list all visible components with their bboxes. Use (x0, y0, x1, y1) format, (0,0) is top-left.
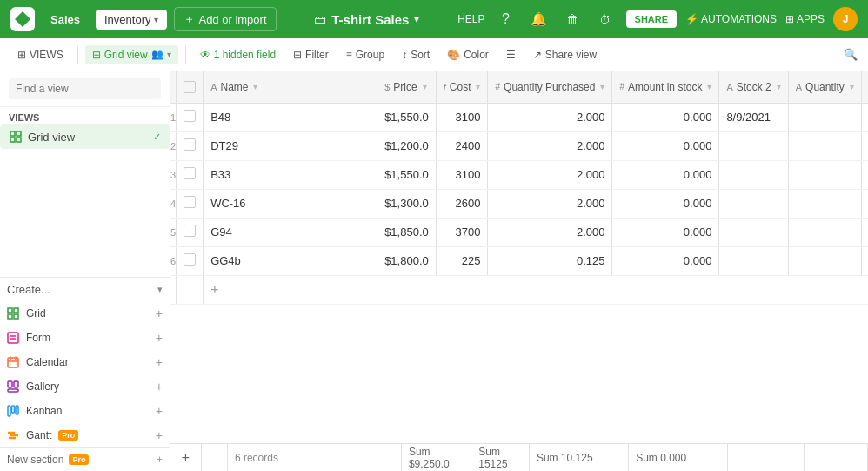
checkbox-header[interactable] (177, 71, 204, 103)
row-qty-purchased-cell[interactable]: 2.000 (488, 103, 612, 131)
color-button[interactable]: 🎨 Color (440, 45, 496, 64)
row-quantity-cell[interactable] (788, 218, 861, 246)
apps-button[interactable]: ⊞ APPS (785, 13, 825, 25)
row-qty-purchased-cell[interactable]: 2.000 (488, 131, 612, 160)
row-checkbox-cell[interactable] (177, 103, 204, 131)
row-quantity-cell[interactable] (788, 189, 861, 218)
row-checkbox-cell[interactable] (177, 131, 204, 160)
create-kanban-item[interactable]: Kanban + (0, 399, 170, 423)
row-stock2-cell[interactable] (719, 189, 788, 218)
row-checkbox[interactable] (184, 253, 196, 266)
add-column-button[interactable]: + (861, 71, 868, 103)
create-gallery-item[interactable]: Gallery + (0, 374, 170, 399)
row-name-cell[interactable]: DT29 (204, 131, 377, 160)
row-amount-stock-cell[interactable]: 0.000 (612, 246, 719, 275)
row-cost-cell[interactable]: 225 (436, 246, 488, 275)
row-quantity-cell[interactable] (788, 160, 861, 189)
hidden-field-button[interactable]: 👁 1 hidden field (193, 45, 283, 64)
row-name-cell[interactable]: WC-16 (204, 189, 377, 218)
question-icon[interactable]: ? (494, 7, 518, 31)
row-qty-purchased-cell[interactable]: 0.125 (488, 246, 612, 275)
row-price-cell[interactable]: $1,800.0 (377, 246, 437, 275)
create-form-item[interactable]: Form + (0, 326, 170, 350)
grid-view-button[interactable]: ⊟ Grid view 👥 ▾ (85, 45, 178, 64)
row-name-cell[interactable]: G94 (204, 218, 377, 246)
row-checkbox[interactable] (184, 138, 196, 151)
row-name-cell[interactable]: B33 (204, 160, 377, 189)
row-checkbox[interactable] (184, 196, 196, 208)
row-quantity-cell[interactable] (788, 246, 861, 275)
row-checkbox-cell[interactable] (177, 218, 204, 246)
add-gallery-icon[interactable]: + (156, 380, 163, 394)
row-stock2-cell[interactable] (719, 218, 788, 246)
row-name-cell[interactable]: B48 (204, 103, 377, 131)
row-qty-purchased-cell[interactable]: 2.000 (488, 189, 612, 218)
sort-button[interactable]: ↕ Sort (395, 45, 437, 64)
sidebar-item-grid-view[interactable]: Grid view ✓ (0, 124, 170, 149)
share-view-button[interactable]: ↗ Share view (526, 45, 604, 64)
row-cost-cell[interactable]: 3100 (436, 160, 488, 189)
row-checkbox-cell[interactable] (177, 160, 204, 189)
create-grid-item[interactable]: Grid + (0, 301, 170, 326)
row-stock2-cell[interactable] (719, 160, 788, 189)
avatar[interactable]: J (833, 7, 858, 31)
row-price-cell[interactable]: $1,200.0 (377, 131, 437, 160)
row-amount-stock-cell[interactable]: 0.000 (612, 189, 719, 218)
history-icon[interactable]: ⏱ (593, 7, 618, 31)
row-amount-stock-cell[interactable]: 0.000 (612, 131, 719, 160)
table-title-chevron-icon[interactable]: ▾ (414, 13, 419, 25)
row-cost-cell[interactable]: 3700 (436, 218, 488, 246)
add-import-button[interactable]: ＋ Add or import (174, 7, 276, 31)
tab-inventory[interactable]: Inventory ▾ (96, 10, 167, 30)
add-row-button[interactable]: + (170, 444, 202, 471)
row-stock2-cell[interactable] (719, 131, 788, 160)
trash-icon[interactable]: 🗑 (560, 7, 584, 31)
row-stock2-cell[interactable]: 8/9/2021 (719, 103, 788, 131)
row-name-cell[interactable]: GG4b (204, 246, 377, 275)
row-price-cell[interactable]: $1,300.0 (377, 189, 437, 218)
add-grid-icon[interactable]: + (156, 306, 163, 320)
row-stock2-cell[interactable] (719, 246, 788, 275)
add-row-plus-cell[interactable]: + (204, 275, 377, 304)
stock2-header[interactable]: A Stock 2 ▾ (719, 71, 788, 103)
row-amount-stock-cell[interactable]: 0.000 (612, 160, 719, 189)
row-price-cell[interactable]: $1,550.0 (377, 160, 437, 189)
quantity-header[interactable]: A Quantity ▾ (788, 71, 861, 103)
search-view-input[interactable] (9, 78, 161, 99)
row-amount-stock-cell[interactable]: 0.000 (612, 103, 719, 131)
app-logo[interactable] (10, 7, 35, 31)
row-cost-cell[interactable]: 2600 (436, 189, 488, 218)
add-gantt-icon[interactable]: + (156, 428, 163, 442)
add-form-icon[interactable]: + (156, 331, 163, 345)
row-checkbox[interactable] (184, 110, 196, 122)
new-section-plus-icon[interactable]: + (157, 454, 163, 466)
row-price-cell[interactable]: $1,850.0 (377, 218, 437, 246)
row-cost-cell[interactable]: 3100 (436, 103, 488, 131)
notification-icon[interactable]: 🔔 (527, 7, 551, 31)
row-qty-purchased-cell[interactable]: 2.000 (488, 160, 612, 189)
automations-button[interactable]: ⚡ AUTOMATIONS (685, 13, 777, 25)
create-calendar-item[interactable]: Calendar + (0, 350, 170, 374)
row-checkbox[interactable] (184, 167, 196, 179)
row-checkbox-cell[interactable] (177, 189, 204, 218)
create-gantt-item[interactable]: Gantt Pro + (0, 423, 170, 447)
price-header[interactable]: $ Price ▾ (377, 71, 437, 103)
group-button[interactable]: ≡ Group (339, 45, 391, 64)
add-calendar-icon[interactable]: + (156, 355, 163, 369)
amount-stock-header[interactable]: # Amount in stock ▾ (612, 71, 719, 103)
row-price-cell[interactable]: $1,550.0 (377, 103, 437, 131)
create-section-toggle[interactable]: Create... ▾ (0, 278, 170, 301)
name-header[interactable]: A Name ▾ (204, 71, 377, 103)
row-height-button[interactable]: ☰ (499, 45, 523, 64)
views-button[interactable]: ⊞ VIEWS (10, 45, 70, 64)
row-checkbox-cell[interactable] (177, 246, 204, 275)
row-cost-cell[interactable]: 2400 (436, 131, 488, 160)
row-qty-purchased-cell[interactable]: 2.000 (488, 218, 612, 246)
new-section-bar[interactable]: New section Pro + (0, 447, 170, 471)
row-quantity-cell[interactable] (788, 103, 861, 131)
add-kanban-icon[interactable]: + (156, 404, 163, 418)
search-button[interactable]: 🔍 (844, 48, 858, 61)
row-checkbox[interactable] (184, 225, 196, 237)
row-amount-stock-cell[interactable]: 0.000 (612, 218, 719, 246)
row-quantity-cell[interactable] (788, 131, 861, 160)
